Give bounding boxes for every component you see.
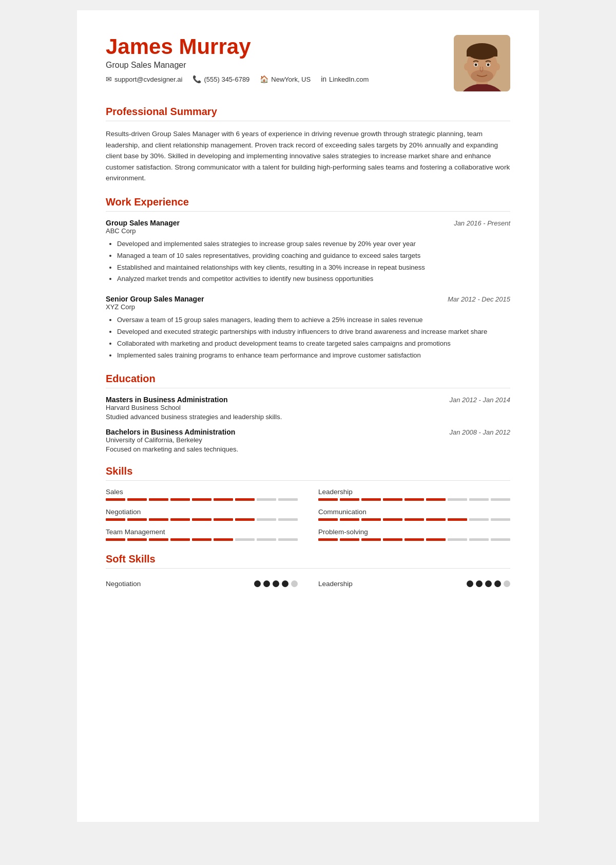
skill-segment bbox=[340, 498, 359, 501]
header-section: James Murray Group Sales Manager ✉ suppo… bbox=[106, 35, 510, 91]
skill-segment bbox=[383, 538, 402, 541]
skill-name: Leadership bbox=[318, 488, 510, 496]
skill-segment bbox=[127, 518, 147, 521]
edu-degree: Masters in Business Administration bbox=[106, 396, 228, 404]
skill-segment bbox=[192, 518, 211, 521]
skill-segment bbox=[235, 518, 255, 521]
skill-segment bbox=[214, 518, 233, 521]
skill-segment bbox=[426, 498, 446, 501]
skill-segment bbox=[491, 498, 510, 501]
job-date: Mar 2012 - Dec 2015 bbox=[448, 295, 510, 303]
skill-segment bbox=[340, 538, 359, 541]
edu-desc: Focused on marketing and sales technique… bbox=[106, 445, 510, 453]
job-bullet: Collaborated with marketing and product … bbox=[117, 339, 510, 349]
skill-bar bbox=[106, 538, 298, 541]
job-bullets: Oversaw a team of 15 group sales manager… bbox=[106, 315, 510, 361]
edu-container: Masters in Business Administration Jan 2… bbox=[106, 396, 510, 453]
email-icon: ✉ bbox=[106, 75, 112, 83]
linkedin-icon: in bbox=[321, 75, 326, 83]
candidate-name: James Murray bbox=[106, 35, 444, 59]
skill-segment bbox=[192, 498, 211, 501]
soft-skill-name: Leadership bbox=[318, 580, 353, 588]
phone-icon: 📞 bbox=[192, 75, 201, 83]
skill-segment bbox=[149, 518, 168, 521]
skill-segment bbox=[106, 538, 125, 541]
skill-segment bbox=[448, 518, 467, 521]
soft-skill-dot bbox=[467, 580, 473, 587]
skills-divider bbox=[106, 480, 510, 481]
job-bullet: Oversaw a team of 15 group sales manager… bbox=[117, 315, 510, 326]
education-divider bbox=[106, 388, 510, 388]
job-bullets: Developed and implemented sales strategi… bbox=[106, 239, 510, 285]
job-bullet: Developed and executed strategic partner… bbox=[117, 327, 510, 337]
skill-item: Sales bbox=[106, 488, 298, 501]
experience-title: Work Experience bbox=[106, 196, 510, 208]
skill-name: Communication bbox=[318, 508, 510, 516]
job-item: Group Sales Manager Jan 2016 - Present A… bbox=[106, 219, 510, 285]
skill-segment bbox=[257, 538, 276, 541]
soft-skill-dot bbox=[504, 580, 510, 587]
soft-skill-dots bbox=[254, 580, 298, 587]
job-item: Senior Group Sales Manager Mar 2012 - De… bbox=[106, 295, 510, 361]
job-company: XYZ Corp bbox=[106, 303, 510, 311]
soft-skill-dot bbox=[485, 580, 492, 587]
edu-date: Jan 2008 - Jan 2012 bbox=[449, 428, 510, 436]
soft-skill-dot bbox=[494, 580, 501, 587]
skill-bar bbox=[318, 518, 510, 521]
skill-segment bbox=[491, 518, 510, 521]
soft-skill-dot bbox=[476, 580, 483, 587]
svg-point-12 bbox=[495, 63, 500, 70]
soft-skills-divider bbox=[106, 568, 510, 569]
svg-point-9 bbox=[487, 64, 490, 66]
skill-segment bbox=[383, 518, 402, 521]
job-bullet: Developed and implemented sales strategi… bbox=[117, 239, 510, 250]
skill-item: Problem-solving bbox=[318, 528, 510, 541]
skill-name: Team Management bbox=[106, 528, 298, 536]
skill-segment bbox=[405, 498, 424, 501]
skill-bar bbox=[106, 498, 298, 501]
skill-segment bbox=[361, 518, 381, 521]
skill-segment bbox=[149, 498, 168, 501]
skill-segment bbox=[426, 538, 446, 541]
edu-school: Harvard Business School bbox=[106, 404, 510, 411]
job-bullet: Analyzed market trends and competitor ac… bbox=[117, 274, 510, 285]
edu-degree: Bachelors in Business Administration bbox=[106, 428, 235, 436]
job-date: Jan 2016 - Present bbox=[454, 219, 510, 227]
skill-name: Problem-solving bbox=[318, 528, 510, 536]
skill-segment bbox=[127, 498, 147, 501]
skill-segment bbox=[469, 518, 489, 521]
soft-skills-grid: Negotiation Leadership bbox=[106, 576, 510, 588]
email-text: support@cvdesigner.ai bbox=[114, 76, 182, 83]
soft-skill-item: Leadership bbox=[318, 576, 510, 588]
skill-name: Negotiation bbox=[106, 508, 298, 516]
summary-title: Professional Summary bbox=[106, 106, 510, 118]
soft-skill-item: Negotiation bbox=[106, 576, 298, 588]
soft-skill-dot bbox=[263, 580, 270, 587]
skill-item: Negotiation bbox=[106, 508, 298, 521]
skill-segment bbox=[491, 538, 510, 541]
skill-segment bbox=[278, 498, 298, 501]
job-header-0: Group Sales Manager Jan 2016 - Present bbox=[106, 219, 510, 227]
svg-rect-5 bbox=[467, 51, 497, 57]
job-bullet: Established and maintained relationships… bbox=[117, 262, 510, 273]
contact-phone: 📞 (555) 345-6789 bbox=[192, 75, 249, 83]
skill-item: Communication bbox=[318, 508, 510, 521]
experience-section: Work Experience Group Sales Manager Jan … bbox=[106, 196, 510, 361]
skill-segment bbox=[361, 538, 381, 541]
skill-item: Leadership bbox=[318, 488, 510, 501]
skill-segment bbox=[257, 498, 276, 501]
soft-skill-dot bbox=[291, 580, 298, 587]
skill-segment bbox=[106, 498, 125, 501]
soft-skills-section: Soft Skills Negotiation Leadership bbox=[106, 553, 510, 588]
skill-segment bbox=[448, 538, 467, 541]
skill-segment bbox=[426, 518, 446, 521]
svg-point-8 bbox=[475, 64, 477, 66]
skill-segment bbox=[170, 518, 190, 521]
edu-header-0: Masters in Business Administration Jan 2… bbox=[106, 396, 510, 404]
job-title: Group Sales Manager bbox=[106, 219, 180, 227]
experience-divider bbox=[106, 211, 510, 212]
skill-segment bbox=[278, 518, 298, 521]
skill-bar bbox=[318, 538, 510, 541]
svg-point-10 bbox=[471, 70, 493, 82]
contact-linkedin: in LinkedIn.com bbox=[321, 75, 369, 83]
